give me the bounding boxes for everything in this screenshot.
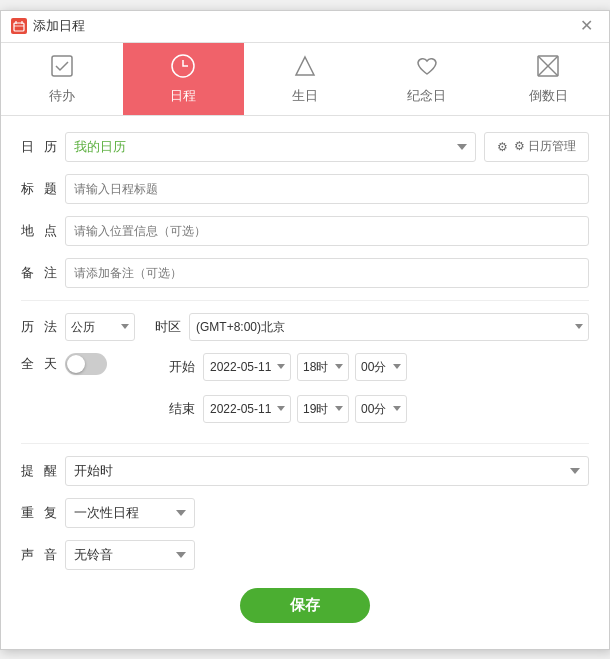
calendar-select[interactable]: 我的日历 bbox=[65, 132, 476, 162]
repeat-label: 重复 bbox=[21, 504, 57, 522]
divider-1 bbox=[21, 300, 589, 301]
end-time-row: 结束 2022-05-11 19时 00分 bbox=[169, 395, 407, 423]
tab-countdown-label: 倒数日 bbox=[529, 87, 568, 105]
location-label: 地点 bbox=[21, 222, 57, 240]
calendar-label: 日历 bbox=[21, 138, 57, 156]
tab-bar: 待办 日程 生日 纪念日 倒数日 bbox=[1, 43, 609, 116]
anniversary-icon bbox=[414, 53, 440, 83]
title-input[interactable] bbox=[65, 174, 589, 204]
start-label: 开始 bbox=[169, 358, 197, 376]
tab-anniversary[interactable]: 纪念日 bbox=[366, 43, 488, 115]
birthday-icon bbox=[292, 53, 318, 83]
svg-rect-0 bbox=[14, 23, 24, 31]
cal-method-row: 历法 公历 时区 (GMT+8:00)北京 bbox=[21, 313, 589, 341]
cal-method-select[interactable]: 公历 bbox=[65, 313, 135, 341]
allday-times: 开始 2022-05-11 18时 00分 结束 2022-05-11 bbox=[169, 353, 407, 431]
cal-method-label: 历法 bbox=[21, 318, 57, 336]
allday-label: 全天 bbox=[21, 355, 57, 373]
gear-icon: ⚙ bbox=[497, 140, 508, 154]
tab-todo[interactable]: 待办 bbox=[1, 43, 123, 115]
title-row: 标题 bbox=[21, 174, 589, 204]
allday-row: 全天 开始 2022-05-11 18时 00分 bbox=[21, 353, 589, 431]
sound-row: 声音 无铃音 bbox=[21, 540, 589, 570]
start-time-row: 开始 2022-05-11 18时 00分 bbox=[169, 353, 407, 381]
tab-schedule[interactable]: 日程 bbox=[123, 43, 245, 115]
tab-todo-label: 待办 bbox=[49, 87, 75, 105]
countdown-icon bbox=[535, 53, 561, 83]
form-content: 日历 我的日历 ⚙ ⚙ 日历管理 标题 地点 备注 bbox=[1, 116, 609, 649]
allday-left: 全天 bbox=[21, 353, 161, 375]
sound-select[interactable]: 无铃音 bbox=[65, 540, 195, 570]
title-label: 标题 bbox=[21, 180, 57, 198]
todo-icon bbox=[49, 53, 75, 83]
allday-toggle[interactable] bbox=[65, 353, 107, 375]
start-min-select[interactable]: 00分 bbox=[355, 353, 407, 381]
title-bar-left: 添加日程 bbox=[11, 17, 85, 35]
location-row: 地点 bbox=[21, 216, 589, 246]
main-window: 添加日程 ✕ 待办 日程 生日 bbox=[0, 10, 610, 650]
window-title: 添加日程 bbox=[33, 17, 85, 35]
sound-label: 声音 bbox=[21, 546, 57, 564]
note-label: 备注 bbox=[21, 264, 57, 282]
svg-marker-6 bbox=[296, 57, 314, 75]
end-hour-select[interactable]: 19时 bbox=[297, 395, 349, 423]
schedule-icon bbox=[170, 53, 196, 83]
note-row: 备注 bbox=[21, 258, 589, 288]
note-input[interactable] bbox=[65, 258, 589, 288]
save-row: 保存 bbox=[21, 588, 589, 623]
timezone-select[interactable]: (GMT+8:00)北京 bbox=[189, 313, 589, 341]
save-button[interactable]: 保存 bbox=[240, 588, 370, 623]
reminder-row: 提醒 开始时 bbox=[21, 456, 589, 486]
tab-birthday-label: 生日 bbox=[292, 87, 318, 105]
end-date-select[interactable]: 2022-05-11 bbox=[203, 395, 291, 423]
calendar-select-wrap: 我的日历 bbox=[65, 132, 476, 162]
toggle-knob bbox=[67, 355, 85, 373]
svg-rect-4 bbox=[52, 56, 72, 76]
tab-anniversary-label: 纪念日 bbox=[407, 87, 446, 105]
tab-countdown[interactable]: 倒数日 bbox=[487, 43, 609, 115]
start-date-select[interactable]: 2022-05-11 bbox=[203, 353, 291, 381]
start-hour-select[interactable]: 18时 bbox=[297, 353, 349, 381]
timezone-label: 时区 bbox=[155, 318, 181, 336]
calendar-row: 日历 我的日历 ⚙ ⚙ 日历管理 bbox=[21, 132, 589, 162]
title-bar: 添加日程 ✕ bbox=[1, 11, 609, 43]
repeat-select[interactable]: 一次性日程 bbox=[65, 498, 195, 528]
close-button[interactable]: ✕ bbox=[574, 16, 599, 36]
end-min-select[interactable]: 00分 bbox=[355, 395, 407, 423]
manage-calendar-button[interactable]: ⚙ ⚙ 日历管理 bbox=[484, 132, 589, 162]
tab-birthday[interactable]: 生日 bbox=[244, 43, 366, 115]
divider-2 bbox=[21, 443, 589, 444]
app-icon bbox=[11, 18, 27, 34]
end-label: 结束 bbox=[169, 400, 197, 418]
reminder-label: 提醒 bbox=[21, 462, 57, 480]
reminder-select[interactable]: 开始时 bbox=[65, 456, 589, 486]
repeat-row: 重复 一次性日程 bbox=[21, 498, 589, 528]
tab-schedule-label: 日程 bbox=[170, 87, 196, 105]
location-input[interactable] bbox=[65, 216, 589, 246]
